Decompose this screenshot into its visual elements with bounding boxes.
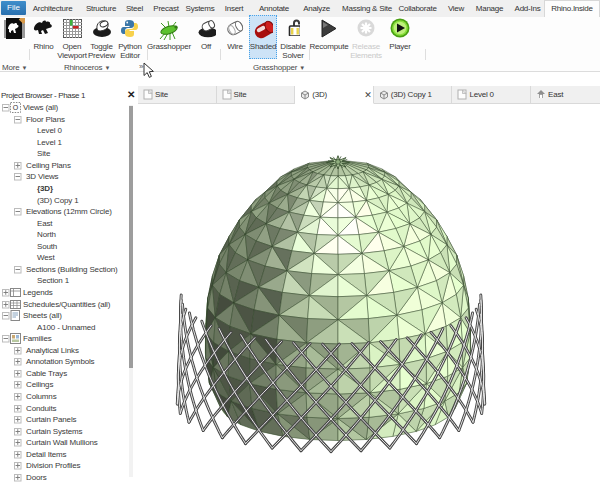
- svg-text:O: O: [13, 104, 19, 111]
